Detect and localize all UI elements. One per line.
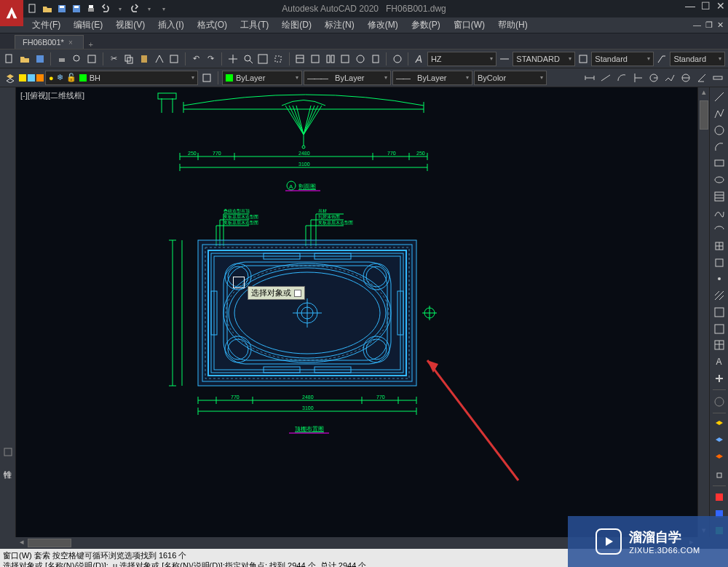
- qat-open-icon[interactable]: [41, 2, 54, 15]
- dim-aligned-icon[interactable]: [598, 71, 613, 85]
- dsm-icon[interactable]: [308, 52, 322, 66]
- qat-more-icon[interactable]: ▾: [157, 2, 170, 15]
- zoom-icon[interactable]: [241, 52, 255, 66]
- layer-iso-icon[interactable]: [712, 435, 727, 448]
- calc-icon[interactable]: [369, 52, 383, 66]
- dimstyle-dropdown[interactable]: STANDARD▾: [513, 52, 574, 66]
- qat-undo-icon[interactable]: [99, 2, 112, 15]
- copy-icon[interactable]: [122, 52, 136, 66]
- textstyle-a-icon[interactable]: A: [412, 52, 426, 66]
- drawing-canvas[interactable]: [-][俯视][二维线框]: [16, 87, 709, 537]
- menu-insert[interactable]: 插入(I): [152, 17, 189, 33]
- point-icon[interactable]: [712, 272, 727, 286]
- layer-props-icon[interactable]: [3, 71, 17, 85]
- qat-dropdown2-icon[interactable]: ▾: [143, 2, 156, 15]
- mleader-dropdown[interactable]: Standard▾: [670, 52, 725, 66]
- menu-view[interactable]: 视图(V): [110, 17, 151, 33]
- clean-icon[interactable]: [390, 52, 404, 66]
- color-red-icon[interactable]: [712, 491, 727, 504]
- mleader-icon[interactable]: [655, 52, 669, 66]
- menu-file[interactable]: 文件(F): [26, 17, 66, 33]
- redo-icon[interactable]: ↷: [205, 52, 218, 66]
- maximize-button[interactable]: ☐: [701, 0, 711, 12]
- layer-match-icon[interactable]: [199, 71, 214, 85]
- dim-ang-icon[interactable]: [695, 71, 709, 85]
- add-sel-icon[interactable]: [712, 371, 727, 385]
- color-dropdown[interactable]: ByLayer▾: [222, 71, 302, 85]
- menu-format[interactable]: 格式(O): [191, 17, 233, 33]
- menu-help[interactable]: 帮助(H): [492, 17, 534, 33]
- qat-saveas-icon[interactable]: [70, 2, 83, 15]
- ellipse-icon[interactable]: [712, 173, 727, 187]
- qat-dropdown-icon[interactable]: ▾: [114, 2, 127, 15]
- ellipse-arc-icon[interactable]: [712, 223, 727, 237]
- block-make-icon[interactable]: [712, 255, 727, 269]
- dim-jog-icon[interactable]: [662, 71, 677, 85]
- menu-dim[interactable]: 标注(N): [319, 17, 360, 33]
- left-dock[interactable]: 特性: [0, 87, 16, 537]
- markup-icon[interactable]: [354, 52, 368, 66]
- arc-icon[interactable]: [712, 140, 727, 154]
- gradient-icon[interactable]: [712, 306, 727, 320]
- menu-draw[interactable]: 绘图(D): [276, 17, 317, 33]
- menu-modify[interactable]: 修改(M): [362, 17, 404, 33]
- zoom-extents-icon[interactable]: [256, 52, 270, 66]
- undo-icon[interactable]: ↶: [189, 52, 203, 66]
- file-tab-close-icon[interactable]: ×: [68, 39, 73, 47]
- line-icon[interactable]: [712, 90, 727, 104]
- paste-icon[interactable]: [137, 52, 151, 66]
- textstyle-dropdown[interactable]: HZ▾: [427, 52, 496, 66]
- tablestyle-dropdown[interactable]: Standard▾: [591, 52, 653, 66]
- menu-edit[interactable]: 编辑(E): [68, 17, 108, 33]
- plotstyle-dropdown[interactable]: ByColor▾: [474, 71, 547, 85]
- circle-icon[interactable]: [712, 123, 727, 137]
- props-icon[interactable]: [293, 52, 307, 66]
- qat-new-icon[interactable]: [26, 2, 39, 15]
- menu-window[interactable]: 窗口(W): [448, 17, 491, 33]
- file-tab[interactable]: FH06B001* ×: [15, 35, 84, 49]
- open-icon[interactable]: [18, 52, 32, 66]
- mtext-icon[interactable]: A: [712, 355, 727, 369]
- pan-icon[interactable]: [226, 52, 240, 66]
- linetype-dropdown[interactable]: ——— ByLayer▾: [304, 71, 391, 85]
- palette-icon[interactable]: [3, 447, 13, 459]
- layer-off-icon[interactable]: [712, 418, 727, 432]
- doc-min-icon[interactable]: —: [693, 20, 701, 30]
- region-icon[interactable]: [712, 322, 727, 336]
- app-logo[interactable]: [0, 0, 23, 26]
- dim-dia-icon[interactable]: [678, 71, 693, 85]
- close-button[interactable]: ✕: [716, 0, 725, 12]
- hatch2-icon[interactable]: [712, 289, 727, 303]
- block-icon[interactable]: [167, 52, 181, 66]
- insert-icon[interactable]: [712, 239, 727, 253]
- dimstyle-icon[interactable]: [498, 52, 512, 66]
- layer-lock-icon[interactable]: [712, 467, 727, 481]
- tool-palettes-icon[interactable]: [323, 52, 337, 66]
- doc-close-icon[interactable]: ✕: [717, 20, 724, 30]
- pline-icon[interactable]: [712, 107, 727, 121]
- rect-icon[interactable]: [712, 156, 727, 170]
- dim-quick-icon[interactable]: [711, 71, 725, 85]
- save-icon[interactable]: [33, 52, 47, 66]
- qat-print-icon[interactable]: [84, 2, 98, 15]
- sheet-set-icon[interactable]: [339, 52, 352, 66]
- print-icon[interactable]: [55, 52, 68, 66]
- preview-icon[interactable]: [70, 52, 84, 66]
- doc-restore-icon[interactable]: ❐: [705, 20, 713, 30]
- dim-arc-icon[interactable]: [614, 71, 629, 85]
- vertical-scrollbar[interactable]: ▴ ▾: [697, 87, 709, 537]
- lineweight-dropdown[interactable]: —— ByLayer▾: [392, 71, 472, 85]
- match-icon[interactable]: [152, 52, 166, 66]
- qat-redo-icon[interactable]: [128, 2, 141, 15]
- new-icon[interactable]: [3, 52, 17, 66]
- spline-icon[interactable]: [712, 206, 727, 220]
- qat-save-icon[interactable]: [55, 2, 68, 15]
- layer-frz-icon[interactable]: [712, 451, 727, 464]
- dim-linear-icon[interactable]: [582, 71, 597, 85]
- dim-radius-icon[interactable]: [646, 71, 661, 85]
- zoom-window-icon[interactable]: [272, 52, 285, 66]
- menu-tools[interactable]: 工具(T): [234, 17, 274, 33]
- cut-icon[interactable]: ✂: [107, 52, 121, 66]
- new-tab-icon[interactable]: +: [84, 40, 98, 49]
- layer-dropdown[interactable]: ●❄🔓 BH▾: [45, 71, 198, 85]
